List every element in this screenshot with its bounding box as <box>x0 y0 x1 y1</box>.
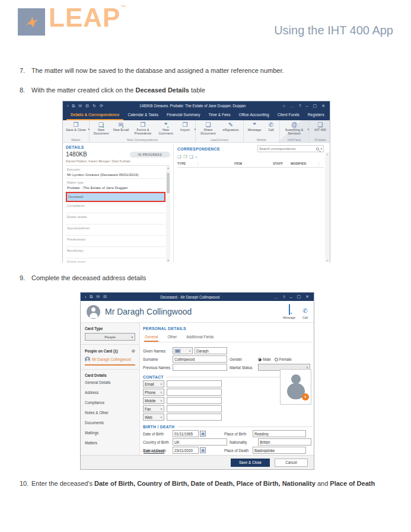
tab-financial-summary[interactable]: Financial Summary <box>163 110 204 120</box>
minimize-icon[interactable]: – <box>290 295 292 299</box>
column-staff[interactable]: STAFF <box>273 162 291 165</box>
help-icon[interactable]: ? <box>283 295 285 299</box>
table-row-executor[interactable]: Executor Mr Lyndon Greaves (Deceased 05/… <box>66 166 165 179</box>
table-row-beneficiary[interactable]: Beneficiary <box>66 247 165 258</box>
close-icon[interactable]: ✕ <box>305 294 309 299</box>
maximize-icon[interactable]: ▢ <box>297 294 301 299</box>
save-close-button[interactable]: ❐ Save & Close ▾ <box>64 121 88 137</box>
email-icon[interactable]: ✉ <box>96 294 100 299</box>
import-button[interactable]: ❐ Import ▾ <box>176 121 194 137</box>
title-select[interactable]: Mr ∨ <box>173 347 193 354</box>
table-row-estate-details[interactable]: Estate details <box>66 213 165 225</box>
new-document-button[interactable]: ❏ + New Document <box>91 121 111 137</box>
photo-placeholder[interactable]: + <box>280 369 311 405</box>
mobile-field[interactable] <box>167 397 222 404</box>
search-icon[interactable] <box>316 148 319 150</box>
close-icon[interactable]: ✕ <box>321 104 325 108</box>
tab-calendar-tasks[interactable]: Calendar & Tasks <box>123 110 163 120</box>
calendar-icon[interactable]: ▦ <box>200 447 206 453</box>
message-action[interactable]: Message <box>283 305 295 319</box>
tab-details-correspondence[interactable]: Details & Correspondence <box>66 110 123 120</box>
message-button[interactable]: ❝ Message <box>245 121 264 137</box>
back-icon[interactable]: ‹ <box>85 295 86 299</box>
new-email-button[interactable]: ✉ + New Email <box>111 121 130 137</box>
tab-time-fees[interactable]: Time & Fees <box>204 110 234 120</box>
email-field[interactable] <box>167 380 222 387</box>
document-add-icon[interactable]: ❐ <box>183 155 187 159</box>
table-row-spouse-partner[interactable]: Spouse/partner <box>66 225 165 236</box>
contact-type-select-email[interactable]: Email∨ <box>143 380 164 387</box>
searching-services-button[interactable]: @ Searching & Services ▾ <box>281 121 307 137</box>
table-row-deceased[interactable]: Deceased <box>66 192 165 202</box>
sidebar-item-address[interactable]: Address <box>85 387 135 398</box>
female-radio[interactable] <box>275 358 278 361</box>
back-icon[interactable]: ‹ <box>67 104 68 108</box>
correspondence-scrollbar[interactable]: ∧ ∨ <box>325 152 330 262</box>
tab-general[interactable]: General <box>144 334 158 342</box>
tab-office-accounting[interactable]: Office Accounting <box>235 110 273 120</box>
refresh-icon[interactable]: ↻ <box>93 104 96 108</box>
sync-icon[interactable]: ⟳ <box>100 104 103 108</box>
share-document-button[interactable]: ❏ Share Document <box>197 121 219 137</box>
save-close-button[interactable]: Save & Close <box>231 459 270 467</box>
given-names-field[interactable] <box>195 347 227 354</box>
sidebar-item-mailings[interactable]: Mailings <box>85 428 135 438</box>
tab-other[interactable]: Other <box>167 334 177 342</box>
notifications-icon[interactable]: ○ <box>282 104 285 108</box>
iht400-button[interactable]: ❑ IHT 400 <box>310 121 330 137</box>
tab-client-funds[interactable]: Client Funds <box>273 110 304 120</box>
add-person-icon[interactable]: ⊕ <box>131 348 135 354</box>
calendar-icon[interactable]: ▦ <box>200 431 206 437</box>
country-of-birth-field[interactable] <box>173 438 227 446</box>
edit-address-link[interactable]: Edit Address <box>144 449 164 453</box>
table-row-estate-agent[interactable]: Estate agent <box>66 258 165 262</box>
scroll-down-icon[interactable]: ▼ <box>166 259 170 262</box>
maximize-icon[interactable]: ▢ <box>313 104 317 108</box>
table-row-predecessor[interactable]: Predecessor <box>66 236 165 247</box>
esignature-button[interactable]: ✎ eSignature <box>219 121 242 137</box>
contact-type-select-phone[interactable]: Phone∨ <box>143 389 164 396</box>
sidebar-item-compliance[interactable]: Compliance <box>85 398 135 408</box>
message-icon[interactable] <box>289 304 290 315</box>
column-type[interactable]: TYPE <box>177 162 195 165</box>
tab-additional-fields[interactable]: Additional Fields <box>186 334 214 342</box>
call-action[interactable]: ✆ Call <box>302 305 308 319</box>
contact-type-select-mobile[interactable]: Mobile∨ <box>143 397 164 404</box>
web-field[interactable] <box>167 414 222 421</box>
sidebar-item-notes-other[interactable]: Notes & Other <box>85 408 135 418</box>
table-row-matter-type[interactable]: Matter type Probate - The Estate of Jane… <box>66 179 165 192</box>
place-of-birth-field[interactable] <box>253 430 306 437</box>
scrollbar-thumb[interactable] <box>167 173 170 193</box>
sidebar-person-selected[interactable]: Mr Daragh Collingwood <box>85 357 135 366</box>
call-button[interactable]: ✆ Call <box>264 121 278 137</box>
more-icon[interactable]: … <box>274 295 278 299</box>
help-icon[interactable]: ? <box>299 104 301 108</box>
table-row-compliance[interactable]: Compliance <box>66 202 165 213</box>
new-comment-button[interactable]: ❝ + New Comment <box>155 121 176 137</box>
surname-field[interactable] <box>173 355 227 363</box>
phone-field[interactable] <box>167 389 222 396</box>
expand-icon[interactable]: › <box>196 155 197 159</box>
filter-icon[interactable]: ⋮ <box>196 161 200 165</box>
place-of-death-field[interactable] <box>253 447 306 454</box>
fax-field[interactable] <box>167 405 222 412</box>
previous-names-field[interactable] <box>173 364 227 371</box>
sidebar-item-general-details[interactable]: General Details <box>85 377 135 387</box>
cancel-button[interactable]: Cancel <box>275 459 308 467</box>
document-copy-icon[interactable]: ❑ <box>190 155 193 159</box>
details-scrollbar[interactable]: ▲ ▼ <box>166 166 170 262</box>
contact-type-select-web[interactable]: Web∨ <box>143 414 164 421</box>
minimize-icon[interactable]: – <box>306 104 308 108</box>
card-type-select[interactable]: People ▾ <box>85 333 135 341</box>
forms-precedents-button[interactable]: ❒ Forms & Precedents <box>130 121 155 137</box>
search-input[interactable] <box>259 147 315 150</box>
chevron-down-icon[interactable]: ▾ <box>320 147 322 150</box>
email-icon[interactable]: ✉ <box>78 104 82 108</box>
date-of-death-field[interactable] <box>173 447 199 454</box>
print-icon[interactable]: ⊟ <box>85 104 89 108</box>
document-view-icon[interactable]: ❏ <box>177 155 181 159</box>
call-icon[interactable]: ✆ <box>302 307 307 314</box>
date-of-birth-field[interactable] <box>173 430 199 437</box>
column-modified[interactable]: MODIFIED <box>291 162 316 165</box>
folder-icon[interactable]: ⧉ <box>72 104 75 108</box>
